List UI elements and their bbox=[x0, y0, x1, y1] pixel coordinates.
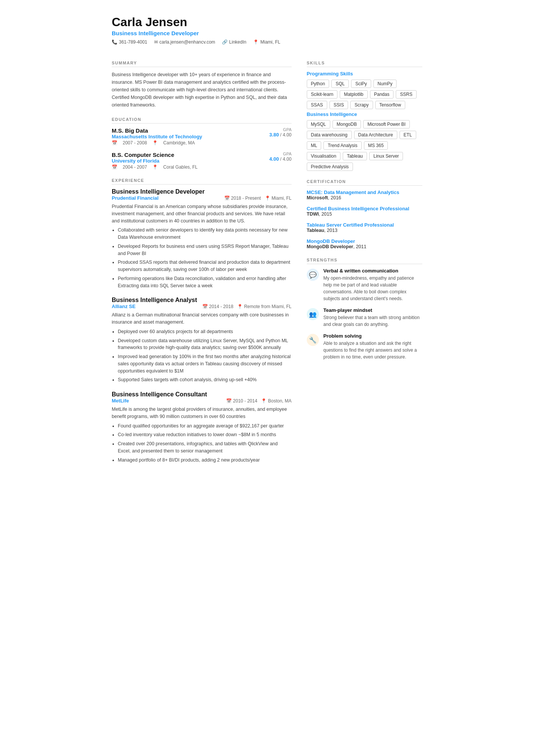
skill-tag: Trend Analysis bbox=[323, 141, 361, 150]
wrench-icon: 🔧 bbox=[309, 337, 317, 344]
list-item: Found qualified opportunities for an agg… bbox=[118, 423, 292, 430]
cert-org-name-2: Tableau bbox=[307, 228, 324, 233]
email-value: carla.jensen@enhancv.com bbox=[159, 39, 215, 45]
edu-gpa-0: GPA 3.80 / 4.00 bbox=[269, 127, 292, 138]
list-item: Co-led inventory value reduction initiat… bbox=[118, 431, 292, 438]
edu-calendar-icon-1: 📅 bbox=[112, 164, 117, 170]
strength-text-0: My open-mindedness, empathy and patience… bbox=[323, 275, 422, 302]
exp-location-0: Miami, FL bbox=[272, 196, 292, 201]
skill-tag: SSRS bbox=[396, 90, 417, 99]
skill-tag: Visualisation bbox=[307, 152, 340, 160]
strength-text-2: Able to analyze a situation and ask the … bbox=[323, 340, 422, 360]
skill-tag: ETL bbox=[400, 131, 416, 139]
phone-value: 361-789-4001 bbox=[119, 39, 147, 45]
edu-gpa-1: GPA 4.00 / 4.00 bbox=[269, 152, 292, 162]
edu-gpa-label-0: GPA bbox=[269, 127, 292, 132]
strength-entry-1: 👥 Team-player mindset Strong believer th… bbox=[307, 307, 422, 328]
strength-icon-0: 💬 bbox=[307, 269, 319, 281]
list-item: Developed Reports for business end users… bbox=[118, 243, 292, 257]
exp-years-2: 2010 - 2014 bbox=[233, 398, 257, 404]
exp-desc-0: Prudential Financial is an American comp… bbox=[112, 203, 292, 224]
exp-entry-0: Business Intelligence Developer Prudenti… bbox=[112, 188, 292, 289]
left-column: SUMMARY Business Intelligence developer … bbox=[112, 52, 292, 471]
cert-org-1: TDWI, 2015 bbox=[307, 211, 422, 217]
exp-cal-icon-0: 📅 bbox=[224, 196, 230, 201]
list-item: Developed custom data warehouse utilizin… bbox=[118, 337, 292, 352]
edu-degree-1: B.S. Computer Science bbox=[112, 152, 198, 158]
summary-section: SUMMARY Business Intelligence developer … bbox=[112, 61, 292, 109]
exp-entry-1: Business Intelligence Analyst Allianz SE… bbox=[112, 297, 292, 383]
edu-entry-1: B.S. Computer Science University of Flor… bbox=[112, 152, 292, 170]
skill-tag: SQL bbox=[331, 80, 349, 88]
edu-gpa-val-1: 4.00 bbox=[269, 156, 279, 162]
candidate-title: Business Intelligence Developer bbox=[112, 30, 422, 36]
cert-year-2: 2013 bbox=[327, 228, 337, 233]
strength-title-0: Verbal & written communication bbox=[323, 268, 422, 274]
cert-year-3: 2011 bbox=[356, 244, 367, 249]
cert-entry-2: Tableau Server Certified Professional Ta… bbox=[307, 222, 422, 233]
exp-cal-icon-1: 📅 bbox=[202, 304, 208, 309]
chat-icon: 💬 bbox=[309, 271, 317, 279]
exp-loc-icon-0: 📍 bbox=[265, 196, 270, 201]
certification-title: CERTIFICATION bbox=[307, 179, 422, 186]
experience-title: EXPERIENCE bbox=[112, 178, 292, 185]
email-item: ✉ carla.jensen@enhancv.com bbox=[154, 39, 215, 45]
skill-tag: Tensorflow bbox=[375, 101, 405, 109]
exp-loc-icon-2: 📍 bbox=[261, 398, 267, 404]
exp-years-0: 2018 - Present bbox=[231, 196, 261, 201]
skills-section: SKILLS Programming Skills Python SQL Sci… bbox=[307, 61, 422, 171]
cert-org-3: MongoDB Developer, 2011 bbox=[307, 244, 422, 249]
cert-entry-1: Certified Business Intelligence Professi… bbox=[307, 206, 422, 217]
cert-year-1: 2015 bbox=[322, 211, 332, 217]
exp-title-2: Business Intelligence Consultant bbox=[112, 391, 292, 398]
skill-tag: Matplotlib bbox=[340, 90, 367, 99]
cert-name-0: MCSE: Data Management and Analytics bbox=[307, 189, 422, 195]
strength-entry-2: 🔧 Problem solving Able to analyze a situ… bbox=[307, 333, 422, 360]
exp-company-0: Prudential Financial bbox=[112, 195, 159, 201]
skills-title: SKILLS bbox=[307, 61, 422, 67]
list-item: Performing operations like Data reconcil… bbox=[118, 275, 292, 290]
exp-meta-1: 📅 2014 - 2018 📍 Remote from Miami, FL bbox=[202, 304, 292, 309]
edu-calendar-icon-0: 📅 bbox=[112, 140, 117, 146]
skill-tag: Microsoft Power BI bbox=[363, 120, 410, 128]
exp-company-2: MetLife bbox=[112, 398, 129, 404]
strength-text-1: Strong believer that a team with strong … bbox=[323, 314, 422, 328]
skill-tag: Scikit-learn bbox=[307, 90, 337, 99]
list-item: Created over 200 presentations, infograp… bbox=[118, 440, 292, 455]
skill-tag: NumPy bbox=[373, 80, 397, 88]
edu-school-0: Massachusetts Institute of Technology bbox=[112, 134, 202, 139]
edu-gpa-val-0: 3.80 bbox=[269, 132, 279, 138]
education-title: EDUCATION bbox=[112, 117, 292, 124]
bi-tags: MySQL MongoDB Microsoft Power BI Data wa… bbox=[307, 120, 422, 171]
cert-name-3: MongoDB Developer bbox=[307, 238, 422, 244]
linkedin-item[interactable]: 🔗 LinkedIn bbox=[222, 39, 246, 45]
exp-meta-2: 📅 2010 - 2014 📍 Boston, MA bbox=[226, 398, 292, 404]
edu-school-1: University of Florida bbox=[112, 158, 198, 164]
location-icon: 📍 bbox=[253, 39, 259, 45]
team-icon: 👥 bbox=[309, 311, 317, 318]
edu-loc-icon-0: 📍 bbox=[152, 140, 158, 146]
list-item: Collaborated with senior developers to i… bbox=[118, 227, 292, 241]
right-column: SKILLS Programming Skills Python SQL Sci… bbox=[307, 52, 422, 471]
skill-tag: SSAS bbox=[307, 101, 327, 109]
strength-title-2: Problem solving bbox=[323, 333, 422, 339]
phone-icon: 📞 bbox=[112, 39, 117, 45]
edu-gpa-row-1: 4.00 / 4.00 bbox=[269, 156, 292, 162]
skill-tag: SciPy bbox=[351, 80, 371, 88]
skill-tag: Predictive Analysis bbox=[307, 163, 353, 171]
exp-loc-icon-1: 📍 bbox=[237, 304, 243, 309]
skill-tag: ML bbox=[307, 141, 322, 150]
exp-bullets-2: Found qualified opportunities for an agg… bbox=[112, 423, 292, 464]
skills-category-0: Programming Skills bbox=[307, 71, 422, 77]
skill-tag: Data Architecture bbox=[354, 131, 397, 139]
edu-years-1: 2004 - 2007 bbox=[123, 164, 147, 170]
edu-location-0: Cambridge, MA bbox=[163, 140, 195, 146]
strength-entry-0: 💬 Verbal & written communication My open… bbox=[307, 268, 422, 302]
cert-org-0: Microsoft, 2016 bbox=[307, 195, 422, 200]
exp-title-1: Business Intelligence Analyst bbox=[112, 297, 292, 304]
location-item: 📍 Miami, FL bbox=[253, 39, 280, 45]
exp-desc-1: Allianz is a German multinational financ… bbox=[112, 311, 292, 326]
phone-item: 📞 361-789-4001 bbox=[112, 39, 147, 45]
strength-content-2: Problem solving Able to analyze a situat… bbox=[323, 333, 422, 360]
experience-section: EXPERIENCE Business Intelligence Develop… bbox=[112, 178, 292, 463]
